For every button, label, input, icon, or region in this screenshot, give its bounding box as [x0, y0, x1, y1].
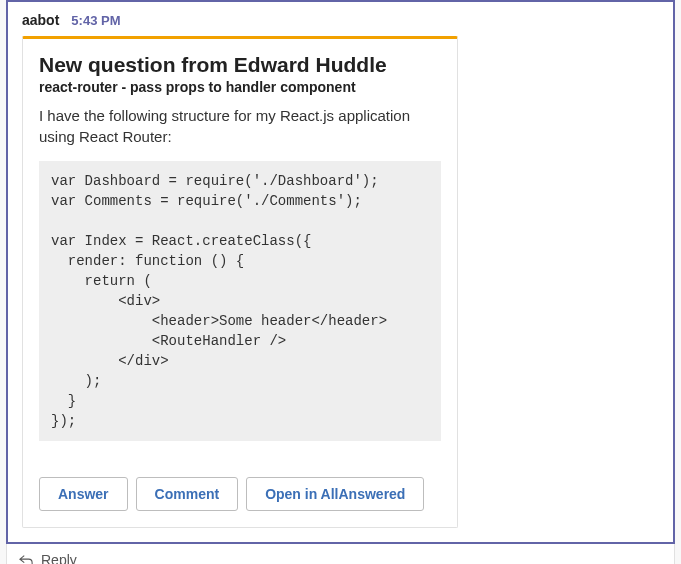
reply-label: Reply [41, 552, 77, 564]
code-block: var Dashboard = require('./Dashboard'); … [39, 161, 441, 441]
open-in-allanswered-button[interactable]: Open in AllAnswered [246, 477, 424, 511]
card-actions: Answer Comment Open in AllAnswered [39, 477, 441, 511]
card-subtitle: react-router - pass props to handler com… [39, 79, 441, 95]
card-body-text: I have the following structure for my Re… [39, 105, 441, 147]
card-title: New question from Edward Huddle [39, 53, 441, 77]
answer-button[interactable]: Answer [39, 477, 128, 511]
message-author: aabot [22, 12, 59, 28]
message-container: aabot 5:43 PM New question from Edward H… [6, 0, 675, 544]
comment-button[interactable]: Comment [136, 477, 239, 511]
reply-bar[interactable]: Reply [6, 544, 675, 564]
message-header: aabot 5:43 PM [22, 12, 659, 28]
question-card: New question from Edward Huddle react-ro… [22, 36, 458, 528]
message-timestamp: 5:43 PM [71, 13, 120, 28]
reply-icon [19, 553, 33, 564]
